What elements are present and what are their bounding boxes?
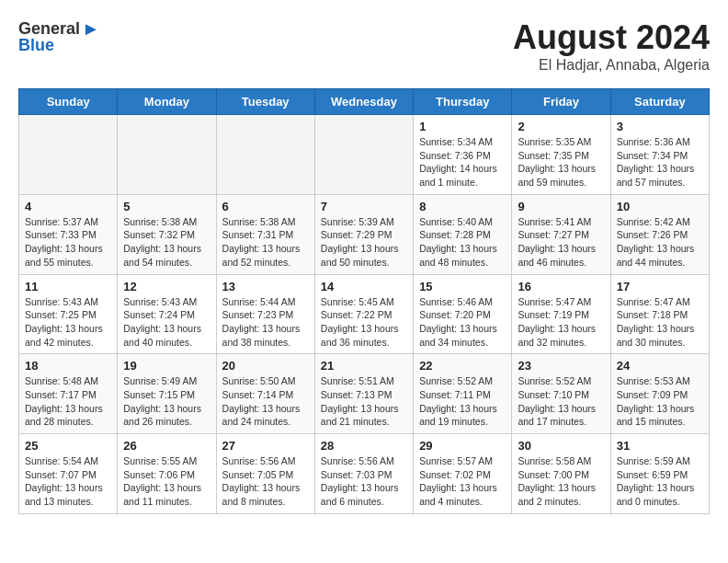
- calendar-week-row: 4Sunrise: 5:37 AM Sunset: 7:33 PM Daylig…: [19, 194, 710, 274]
- day-info: Sunrise: 5:46 AM Sunset: 7:20 PM Dayligh…: [419, 295, 506, 350]
- day-number: 11: [25, 280, 111, 293]
- day-number: 19: [123, 359, 210, 373]
- calendar-cell: 12Sunrise: 5:43 AM Sunset: 7:24 PM Dayli…: [118, 274, 216, 354]
- calendar-cell: 9Sunrise: 5:41 AM Sunset: 7:27 PM Daylig…: [512, 194, 610, 274]
- calendar-cell: 23Sunrise: 5:52 AM Sunset: 7:10 PM Dayli…: [512, 354, 610, 434]
- day-number: 15: [419, 280, 506, 293]
- weekday-header-row: SundayMondayTuesdayWednesdayThursdayFrid…: [19, 89, 710, 115]
- day-info: Sunrise: 5:47 AM Sunset: 7:19 PM Dayligh…: [518, 295, 604, 350]
- day-info: Sunrise: 5:49 AM Sunset: 7:15 PM Dayligh…: [123, 374, 210, 429]
- day-number: 25: [25, 439, 111, 453]
- day-number: 21: [321, 359, 407, 373]
- day-number: 5: [123, 200, 210, 213]
- calendar-cell: 18Sunrise: 5:48 AM Sunset: 7:17 PM Dayli…: [19, 354, 118, 434]
- calendar-cell: 14Sunrise: 5:45 AM Sunset: 7:22 PM Dayli…: [314, 274, 413, 354]
- day-info: Sunrise: 5:52 AM Sunset: 7:11 PM Dayligh…: [419, 374, 506, 429]
- day-number: 22: [419, 359, 506, 373]
- calendar-cell: 29Sunrise: 5:57 AM Sunset: 7:02 PM Dayli…: [414, 434, 512, 514]
- calendar-cell: 5Sunrise: 5:38 AM Sunset: 7:32 PM Daylig…: [118, 194, 216, 274]
- calendar-cell: 7Sunrise: 5:39 AM Sunset: 7:29 PM Daylig…: [314, 194, 413, 274]
- day-number: 13: [222, 280, 309, 293]
- calendar-cell: 20Sunrise: 5:50 AM Sunset: 7:14 PM Dayli…: [216, 354, 314, 434]
- day-number: 18: [25, 359, 111, 373]
- logo: General ► Blue: [18, 18, 102, 55]
- calendar-cell: 6Sunrise: 5:38 AM Sunset: 7:31 PM Daylig…: [216, 194, 314, 274]
- day-number: 8: [419, 200, 506, 213]
- day-info: Sunrise: 5:59 AM Sunset: 6:59 PM Dayligh…: [617, 454, 703, 509]
- day-info: Sunrise: 5:39 AM Sunset: 7:29 PM Dayligh…: [321, 215, 407, 270]
- day-info: Sunrise: 5:51 AM Sunset: 7:13 PM Dayligh…: [321, 374, 407, 429]
- calendar-cell: 15Sunrise: 5:46 AM Sunset: 7:20 PM Dayli…: [414, 274, 512, 354]
- day-info: Sunrise: 5:44 AM Sunset: 7:23 PM Dayligh…: [222, 295, 309, 350]
- calendar-cell: [216, 115, 314, 195]
- calendar-cell: 22Sunrise: 5:52 AM Sunset: 7:11 PM Dayli…: [414, 354, 512, 434]
- day-info: Sunrise: 5:56 AM Sunset: 7:03 PM Dayligh…: [321, 454, 407, 509]
- calendar-cell: 16Sunrise: 5:47 AM Sunset: 7:19 PM Dayli…: [512, 274, 610, 354]
- day-info: Sunrise: 5:34 AM Sunset: 7:36 PM Dayligh…: [419, 135, 506, 190]
- day-number: 20: [222, 359, 309, 373]
- page-header: General ► Blue August 2024 El Hadjar, An…: [18, 18, 710, 74]
- calendar-week-row: 18Sunrise: 5:48 AM Sunset: 7:17 PM Dayli…: [19, 354, 710, 434]
- day-number: 16: [518, 280, 604, 293]
- day-info: Sunrise: 5:47 AM Sunset: 7:18 PM Dayligh…: [617, 295, 703, 350]
- day-number: 24: [617, 359, 703, 373]
- day-info: Sunrise: 5:45 AM Sunset: 7:22 PM Dayligh…: [321, 295, 407, 350]
- day-number: 26: [123, 439, 210, 453]
- calendar-cell: 4Sunrise: 5:37 AM Sunset: 7:33 PM Daylig…: [19, 194, 118, 274]
- day-info: Sunrise: 5:54 AM Sunset: 7:07 PM Dayligh…: [25, 454, 111, 509]
- calendar-subtitle: El Hadjar, Annaba, Algeria: [513, 57, 710, 74]
- calendar-week-row: 25Sunrise: 5:54 AM Sunset: 7:07 PM Dayli…: [19, 434, 710, 514]
- calendar-cell: 10Sunrise: 5:42 AM Sunset: 7:26 PM Dayli…: [610, 194, 709, 274]
- day-info: Sunrise: 5:53 AM Sunset: 7:09 PM Dayligh…: [617, 374, 703, 429]
- calendar-title: August 2024: [513, 18, 710, 57]
- logo-bird-icon: ►: [82, 18, 100, 40]
- calendar-cell: 28Sunrise: 5:56 AM Sunset: 7:03 PM Dayli…: [314, 434, 413, 514]
- calendar-cell: 26Sunrise: 5:55 AM Sunset: 7:06 PM Dayli…: [118, 434, 216, 514]
- calendar-cell: 30Sunrise: 5:58 AM Sunset: 7:00 PM Dayli…: [512, 434, 610, 514]
- day-number: 2: [518, 120, 604, 133]
- day-number: 6: [222, 200, 309, 213]
- day-info: Sunrise: 5:55 AM Sunset: 7:06 PM Dayligh…: [123, 454, 210, 509]
- calendar-week-row: 11Sunrise: 5:43 AM Sunset: 7:25 PM Dayli…: [19, 274, 710, 354]
- weekday-header-thursday: Thursday: [414, 89, 512, 115]
- calendar-cell: 27Sunrise: 5:56 AM Sunset: 7:05 PM Dayli…: [216, 434, 314, 514]
- day-info: Sunrise: 5:38 AM Sunset: 7:32 PM Dayligh…: [123, 215, 210, 270]
- calendar-cell: 25Sunrise: 5:54 AM Sunset: 7:07 PM Dayli…: [19, 434, 118, 514]
- day-info: Sunrise: 5:56 AM Sunset: 7:05 PM Dayligh…: [222, 454, 309, 509]
- day-info: Sunrise: 5:57 AM Sunset: 7:02 PM Dayligh…: [419, 454, 506, 509]
- day-number: 28: [321, 439, 407, 453]
- day-info: Sunrise: 5:50 AM Sunset: 7:14 PM Dayligh…: [222, 374, 309, 429]
- day-number: 29: [419, 439, 506, 453]
- calendar-table: SundayMondayTuesdayWednesdayThursdayFrid…: [18, 88, 710, 514]
- calendar-week-row: 1Sunrise: 5:34 AM Sunset: 7:36 PM Daylig…: [19, 115, 710, 195]
- day-number: 3: [617, 120, 703, 133]
- calendar-cell: 21Sunrise: 5:51 AM Sunset: 7:13 PM Dayli…: [314, 354, 413, 434]
- day-info: Sunrise: 5:40 AM Sunset: 7:28 PM Dayligh…: [419, 215, 506, 270]
- logo-blue-text: Blue: [18, 36, 54, 55]
- day-number: 4: [25, 200, 111, 213]
- day-info: Sunrise: 5:35 AM Sunset: 7:35 PM Dayligh…: [518, 135, 604, 190]
- day-number: 17: [617, 280, 703, 293]
- day-number: 1: [419, 120, 506, 133]
- day-info: Sunrise: 5:58 AM Sunset: 7:00 PM Dayligh…: [518, 454, 604, 509]
- day-number: 9: [518, 200, 604, 213]
- day-info: Sunrise: 5:36 AM Sunset: 7:34 PM Dayligh…: [617, 135, 703, 190]
- calendar-cell: [118, 115, 216, 195]
- calendar-cell: 13Sunrise: 5:44 AM Sunset: 7:23 PM Dayli…: [216, 274, 314, 354]
- calendar-cell: 19Sunrise: 5:49 AM Sunset: 7:15 PM Dayli…: [118, 354, 216, 434]
- calendar-cell: 3Sunrise: 5:36 AM Sunset: 7:34 PM Daylig…: [610, 115, 709, 195]
- day-info: Sunrise: 5:52 AM Sunset: 7:10 PM Dayligh…: [518, 374, 604, 429]
- weekday-header-tuesday: Tuesday: [216, 89, 314, 115]
- calendar-cell: [314, 115, 413, 195]
- day-info: Sunrise: 5:43 AM Sunset: 7:24 PM Dayligh…: [123, 295, 210, 350]
- weekday-header-wednesday: Wednesday: [314, 89, 413, 115]
- calendar-cell: 11Sunrise: 5:43 AM Sunset: 7:25 PM Dayli…: [19, 274, 118, 354]
- day-info: Sunrise: 5:43 AM Sunset: 7:25 PM Dayligh…: [25, 295, 111, 350]
- calendar-cell: 17Sunrise: 5:47 AM Sunset: 7:18 PM Dayli…: [610, 274, 709, 354]
- day-number: 14: [321, 280, 407, 293]
- calendar-cell: 8Sunrise: 5:40 AM Sunset: 7:28 PM Daylig…: [414, 194, 512, 274]
- day-number: 30: [518, 439, 604, 453]
- day-info: Sunrise: 5:48 AM Sunset: 7:17 PM Dayligh…: [25, 374, 111, 429]
- day-number: 12: [123, 280, 210, 293]
- weekday-header-monday: Monday: [118, 89, 216, 115]
